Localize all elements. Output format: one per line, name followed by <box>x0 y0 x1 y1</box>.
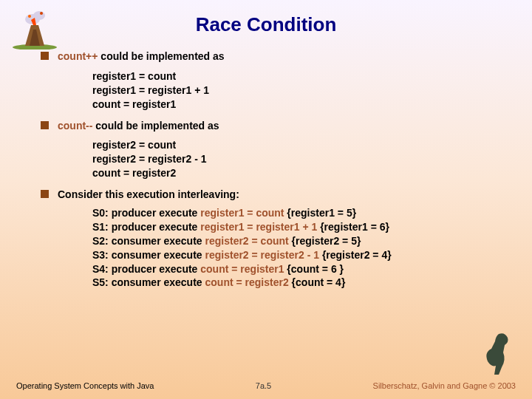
svg-point-4 <box>40 12 43 15</box>
volcano-icon <box>9 9 61 50</box>
step-line: S4: producer execute count = register1 {… <box>92 262 502 276</box>
code-line: register2 = count <box>92 138 502 152</box>
slide-footer: Operating System Concepts with Java 7a.5… <box>0 381 532 390</box>
footer-left-text: Operating System Concepts with Java <box>16 381 154 390</box>
bullet-item-2: count-- could be implemented as <box>41 119 502 133</box>
slide-title: Race Condition <box>0 0 532 42</box>
svg-point-3 <box>28 15 31 18</box>
footer-page-number: 7a.5 <box>256 381 271 390</box>
dinosaur-icon <box>477 330 517 378</box>
svg-point-2 <box>33 11 45 20</box>
bullet-text-2: count-- could be implemented as <box>58 119 219 133</box>
bullet-text-3: Consider this execution interleaving: <box>58 188 239 202</box>
bullet-square-icon <box>41 190 49 198</box>
bullet-text-1: count++ could be implemented as <box>58 50 225 64</box>
code-block-2: register2 = count register2 = register2 … <box>92 138 502 180</box>
step-line: S3: consumer execute register2 = registe… <box>92 248 502 262</box>
bullet-square-icon <box>41 121 49 129</box>
step-line: S1: producer execute register1 = registe… <box>92 220 502 234</box>
code-line: register1 = count <box>92 69 502 83</box>
step-line: S2: consumer execute register2 = count {… <box>92 234 502 248</box>
bullet-square-icon <box>41 52 49 60</box>
interleaving-steps: S0: producer execute register1 = count {… <box>92 206 502 290</box>
code-block-1: register1 = count register1 = register1 … <box>92 69 502 112</box>
step-line: S5: consumer execute count = register2 {… <box>92 276 502 290</box>
code-line: count = register1 <box>92 98 502 112</box>
step-line: S0: producer execute register1 = count {… <box>92 206 502 220</box>
code-line: count = register2 <box>92 166 502 180</box>
code-line: register1 = register1 + 1 <box>92 83 502 98</box>
footer-copyright: Silberschatz, Galvin and Gagne © 2003 <box>373 381 516 390</box>
bullet-item-3: Consider this execution interleaving: <box>41 188 502 202</box>
bullet-item-1: count++ could be implemented as <box>41 50 502 64</box>
code-line: register2 = register2 - 1 <box>92 152 502 166</box>
slide-content: count++ could be implemented as register… <box>0 50 532 290</box>
